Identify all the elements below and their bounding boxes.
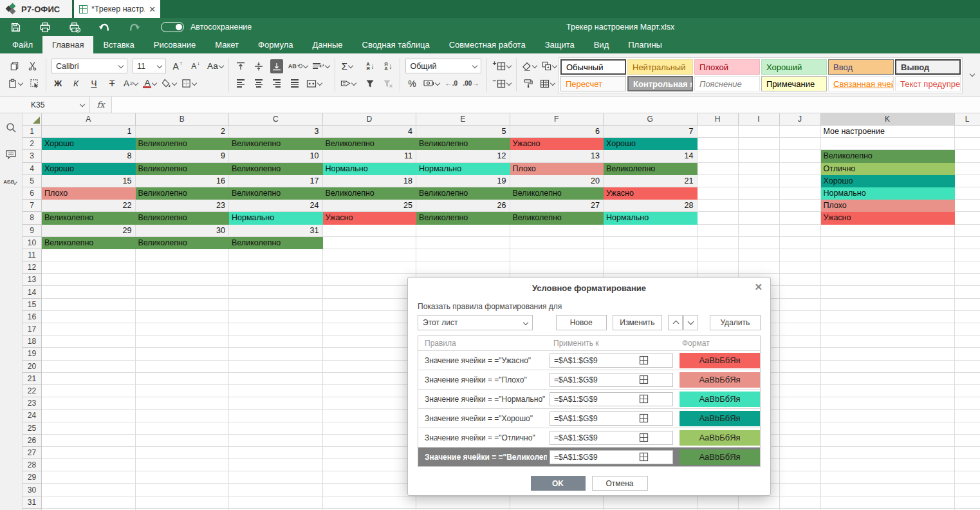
cell-K4[interactable]: Отлично (821, 163, 955, 175)
cell-K1[interactable]: Мое настроение (821, 126, 955, 138)
select-range-icon[interactable] (611, 375, 672, 384)
font-name-select[interactable]: Calibri (51, 59, 127, 73)
cell-C30[interactable] (229, 484, 323, 496)
cell-C20[interactable] (229, 361, 323, 373)
cell-E6[interactable]: Великолепно (416, 187, 510, 200)
cell-K15[interactable] (821, 299, 955, 311)
cell-G12[interactable] (604, 261, 698, 274)
cell-A28[interactable] (42, 459, 136, 471)
cell-B6[interactable]: Великолепно (136, 187, 230, 200)
scope-select[interactable]: Этот лист (418, 315, 533, 330)
apply-range-input[interactable]: =$A$1:$G$9 (550, 373, 673, 387)
cell-L11[interactable] (955, 249, 980, 261)
cell-K19[interactable] (821, 348, 955, 360)
cell-style-обычный[interactable]: Обычный (560, 59, 626, 75)
cell-J23[interactable] (780, 397, 821, 410)
cell-A27[interactable] (42, 447, 136, 459)
cell-G7[interactable]: 28 (604, 200, 698, 212)
cell-L7[interactable] (955, 200, 980, 212)
cell-A15[interactable] (42, 299, 136, 311)
cell-C2[interactable]: Великолепно (229, 138, 323, 150)
named-ranges-button[interactable] (340, 77, 356, 91)
autosum-button[interactable]: Σ (340, 59, 353, 73)
row-header-13[interactable]: 13 (23, 274, 42, 286)
tab-защита[interactable]: Защита (535, 36, 584, 53)
cell-E12[interactable] (416, 261, 510, 274)
cell-I31[interactable] (739, 496, 780, 509)
column-header-L[interactable]: L (955, 113, 980, 126)
cell-K25[interactable] (821, 422, 955, 435)
cancel-button[interactable]: Отмена (592, 476, 648, 491)
cell-B1[interactable]: 2 (136, 126, 230, 138)
cell-K22[interactable] (821, 385, 955, 397)
cell-B11[interactable] (136, 249, 230, 261)
redo-button[interactable] (127, 21, 140, 33)
search-icon[interactable] (5, 121, 17, 134)
cell-G31[interactable] (604, 496, 698, 509)
cell-C31[interactable] (229, 496, 323, 509)
cell-D3[interactable]: 11 (323, 150, 417, 162)
quick-print-button[interactable] (68, 21, 81, 33)
cell-J13[interactable] (780, 274, 821, 286)
cell-B17[interactable] (136, 323, 230, 335)
cell-B2[interactable]: Великолепно (136, 138, 230, 150)
borders-button[interactable] (181, 77, 196, 91)
cell-L9[interactable] (955, 225, 980, 237)
styles-gallery-expand-button[interactable] (966, 57, 977, 91)
tab-данные[interactable]: Данные (303, 36, 353, 53)
bold-button[interactable]: Ж (51, 77, 64, 91)
row-header-14[interactable]: 14 (23, 286, 42, 298)
cell-C14[interactable] (229, 286, 323, 298)
cell-C13[interactable] (229, 274, 323, 286)
column-header-A[interactable]: A (42, 113, 136, 126)
cell-L2[interactable] (955, 138, 980, 150)
move-rule-up-button[interactable] (668, 315, 683, 330)
cell-B27[interactable] (136, 447, 230, 459)
font-size-select[interactable]: 11 (133, 59, 166, 73)
cell-D15[interactable] (323, 299, 417, 311)
cell-L12[interactable] (955, 261, 980, 274)
number-format-select[interactable]: Общий (405, 59, 481, 73)
cell-G1[interactable]: 7 (604, 126, 698, 138)
cell-J24[interactable] (780, 410, 821, 422)
cell-K18[interactable] (821, 335, 955, 348)
cell-L29[interactable] (955, 471, 980, 484)
cell-L5[interactable] (955, 175, 980, 187)
cell-E9[interactable] (416, 225, 510, 237)
cell-H9[interactable] (698, 225, 739, 237)
column-header-E[interactable]: E (416, 113, 510, 126)
row-header-12[interactable]: 12 (23, 261, 42, 274)
cell-H8[interactable] (698, 212, 739, 224)
cell-E11[interactable] (416, 249, 510, 261)
cell-A18[interactable] (42, 335, 136, 348)
row-header-7[interactable]: 7 (23, 200, 42, 212)
cell-F3[interactable]: 13 (510, 150, 604, 162)
cell-B8[interactable]: Великолепно (136, 212, 230, 224)
cell-E1[interactable]: 5 (416, 126, 510, 138)
tab-главная[interactable]: Главная (42, 36, 93, 53)
cell-C7[interactable]: 24 (229, 200, 323, 212)
cell-I5[interactable] (739, 175, 780, 187)
undo-button[interactable] (98, 21, 111, 33)
cell-D23[interactable] (323, 397, 417, 410)
tab-вид[interactable]: Вид (584, 36, 619, 53)
cell-J27[interactable] (780, 447, 821, 459)
sort-ascending-button[interactable]: АЯ↓ (364, 59, 376, 73)
cell-F8[interactable]: Великолепно (510, 212, 604, 224)
cell-D2[interactable]: Великолепно (323, 138, 417, 150)
cell-K9[interactable] (821, 225, 955, 237)
cell-J7[interactable] (780, 200, 821, 212)
column-header-C[interactable]: C (229, 113, 323, 126)
column-header-J[interactable]: J (780, 113, 821, 126)
cell-J17[interactable] (780, 323, 821, 335)
cell-K14[interactable] (821, 286, 955, 298)
cell-C24[interactable] (229, 410, 323, 422)
increase-font-button[interactable]: А↑ (171, 59, 184, 73)
rule-row-1[interactable]: Значение ячейки = ="Ужасно"=$A$1:$G$9AaB… (418, 350, 760, 370)
cell-A20[interactable] (42, 361, 136, 373)
row-header-28[interactable]: 28 (23, 459, 42, 471)
cell-B30[interactable] (136, 484, 230, 496)
cell-G11[interactable] (604, 249, 698, 261)
cell-style-хороший[interactable]: Хороший (761, 59, 827, 75)
cell-K12[interactable] (821, 261, 955, 274)
